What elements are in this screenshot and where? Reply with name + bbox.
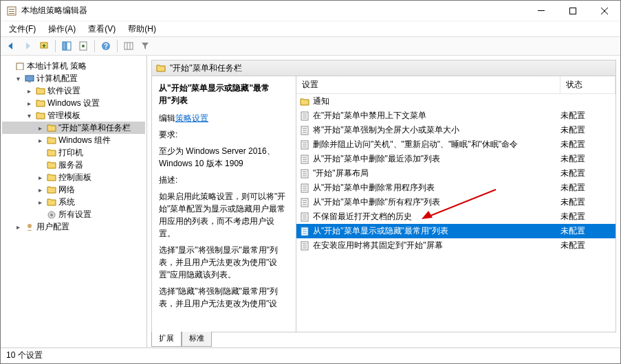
settings-rows[interactable]: 通知 在"开始"菜单中禁用上下文菜单未配置 将"开始"菜单强制为全屏大小或菜单大…: [296, 94, 615, 253]
menu-action[interactable]: 操作(A): [43, 22, 81, 36]
policy-icon: [299, 183, 310, 193]
tree-twisty[interactable]: ▾: [24, 112, 34, 120]
requirements-label: 要求:: [159, 128, 289, 141]
tree-label: 控制面板: [58, 172, 91, 183]
tree-printers[interactable]: 打印机: [2, 146, 145, 159]
panes: 从"开始"菜单显示或隐藏"最常用"列表 编辑策略设置 要求: 至少为 Windo…: [151, 76, 616, 332]
columns-button[interactable]: [121, 38, 136, 54]
folder-icon: [47, 185, 56, 194]
window-title: 本地组策略编辑器: [21, 5, 525, 16]
tree-root[interactable]: 本地计算机 策略: [2, 60, 145, 72]
policy-icon: [299, 140, 310, 150]
tree-twisty[interactable]: ▸: [35, 137, 45, 144]
row-state: 未配置: [560, 124, 613, 136]
tree-twisty[interactable]: ▸: [35, 186, 45, 194]
maximize-button[interactable]: [557, 1, 589, 21]
tree-windows-components[interactable]: ▸ Windows 组件: [2, 134, 145, 146]
description-text-2: 选择"显示"将强制显示"最常用"列表，并且用户无法更改为使用"设置"应用隐藏该列…: [159, 244, 289, 281]
tree-software[interactable]: ▸ 软件设置: [2, 84, 145, 97]
tree-twisty[interactable]: ▾: [13, 75, 23, 82]
setting-row-selected[interactable]: 从"开始"菜单显示或隐藏"最常用"列表未配置: [296, 224, 615, 238]
toolbar-separator: [117, 40, 118, 52]
row-name: 从"开始"菜单显示或隐藏"最常用"列表: [313, 225, 560, 237]
svg-rect-2: [9, 11, 14, 12]
row-state: 未配置: [560, 139, 613, 150]
edit-policy-link[interactable]: 策略设置: [175, 113, 208, 123]
toolbar-separator: [55, 40, 56, 52]
menu-help[interactable]: 帮助(H): [122, 22, 162, 36]
policy-icon: [299, 227, 310, 236]
folder-icon: [47, 161, 56, 169]
setting-row[interactable]: 不保留最近打开文档的历史未配置: [296, 209, 615, 224]
tree-twisty[interactable]: ▸: [35, 174, 45, 181]
svg-text:?: ?: [104, 43, 108, 50]
tree-label: 服务器: [58, 159, 83, 171]
tree-twisty[interactable]: ▸: [13, 223, 23, 231]
setting-row[interactable]: 在安装应用时将其固定到"开始"屏幕未配置: [296, 238, 615, 253]
tree-user-config[interactable]: ▸ 用户配置: [2, 220, 145, 233]
tree-control-panel[interactable]: ▸ 控制面板: [2, 171, 145, 183]
description-label: 描述:: [159, 174, 289, 186]
setting-row[interactable]: 将"开始"菜单强制为全屏大小或菜单大小未配置: [296, 123, 615, 137]
row-state: 未配置: [560, 153, 613, 165]
tree-panel[interactable]: 本地计算机 策略 ▾ 计算机配置 ▸ 软件设置 ▸ Windows 设置 ▾ 管…: [1, 56, 147, 348]
tab-extended[interactable]: 扩展: [151, 332, 182, 347]
svg-rect-18: [17, 63, 23, 70]
col-setting[interactable]: 设置: [296, 76, 560, 93]
folder-icon: [47, 124, 56, 132]
row-name: 删除并阻止访问"关机"、"重新启动"、"睡眠"和"休眠"命令: [313, 139, 560, 150]
selected-setting-title: 从"开始"菜单显示或隐藏"最常用"列表: [159, 82, 289, 106]
folder-icon: [47, 198, 56, 206]
row-name: 从"开始"菜单中删除常用程序列表: [313, 182, 560, 194]
close-button[interactable]: [589, 1, 620, 21]
tree-windows-settings[interactable]: ▸ Windows 设置: [2, 97, 145, 109]
tree-twisty[interactable]: ▸: [35, 124, 45, 132]
group-row[interactable]: 通知: [296, 94, 615, 109]
window-buttons: [525, 1, 620, 21]
menu-file[interactable]: 文件(F): [3, 22, 41, 36]
back-button[interactable]: [3, 38, 19, 54]
up-button[interactable]: [36, 38, 52, 54]
svg-rect-19: [25, 76, 34, 81]
tree-admin-templates[interactable]: ▾ 管理模板: [2, 109, 145, 122]
folder-icon: [36, 99, 45, 107]
help-button[interactable]: ?: [98, 38, 113, 54]
tree-network[interactable]: ▸ 网络: [2, 183, 145, 196]
header-strip: "开始"菜单和任务栏: [151, 60, 616, 76]
tree-all-settings[interactable]: 所有设置: [2, 208, 145, 220]
svg-rect-20: [28, 82, 31, 82]
tree-twisty[interactable]: ▸: [24, 100, 34, 107]
tree-servers[interactable]: 服务器: [2, 159, 145, 171]
setting-row[interactable]: 删除并阻止访问"关机"、"重新启动"、"睡眠"和"休眠"命令未配置: [296, 137, 615, 152]
setting-row[interactable]: 从"开始"菜单中删除常用程序列表未配置: [296, 181, 615, 195]
policy-icon: [299, 169, 310, 179]
tab-standard[interactable]: 标准: [182, 332, 212, 347]
show-hide-tree-button[interactable]: [59, 38, 74, 54]
tree-twisty[interactable]: ▸: [35, 198, 45, 206]
col-state[interactable]: 状态: [560, 76, 615, 93]
tree-twisty[interactable]: ▸: [24, 87, 34, 95]
setting-row[interactable]: 从"开始"菜单中删除"所有程序"列表未配置: [296, 195, 615, 209]
description-text-3: 选择"隐藏"将强制隐藏"最常用"列表，并且用户无法更改为使用"设: [159, 285, 289, 310]
menu-bar: 文件(F) 操作(A) 查看(V) 帮助(H): [1, 21, 620, 36]
app-icon: [6, 5, 17, 16]
row-state: 未配置: [560, 168, 613, 179]
row-name: 在"开始"菜单中禁用上下文菜单: [313, 110, 560, 122]
tree-start-taskbar[interactable]: ▸ "开始"菜单和任务栏: [2, 122, 145, 134]
setting-row[interactable]: 从"开始"菜单中删除"最近添加"列表未配置: [296, 152, 615, 166]
minimize-button[interactable]: [525, 1, 557, 21]
setting-row[interactable]: "开始"屏幕布局未配置: [296, 166, 615, 181]
description-pane: 从"开始"菜单显示或隐藏"最常用"列表 编辑策略设置 要求: 至少为 Windo…: [152, 76, 296, 332]
setting-row[interactable]: 在"开始"菜单中禁用上下文菜单未配置: [296, 109, 615, 123]
properties-button[interactable]: [76, 38, 91, 54]
filter-button[interactable]: [138, 38, 153, 54]
status-bar: 10 个设置: [1, 348, 620, 363]
policy-icon: [299, 241, 310, 251]
tree-computer-config[interactable]: ▾ 计算机配置: [2, 72, 145, 84]
tree-system[interactable]: ▸ 系统: [2, 196, 145, 208]
right-panel: "开始"菜单和任务栏 从"开始"菜单显示或隐藏"最常用"列表 编辑策略设置 要求…: [147, 56, 620, 348]
menu-view[interactable]: 查看(V): [83, 22, 121, 36]
svg-rect-15: [124, 43, 133, 49]
tree-label: 管理模板: [47, 110, 80, 122]
forward-button[interactable]: [20, 38, 35, 54]
